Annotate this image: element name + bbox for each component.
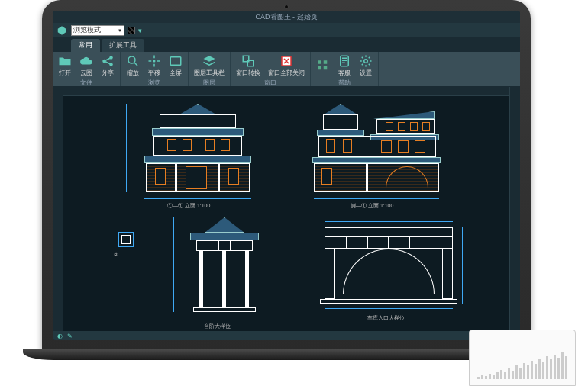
settings-button[interactable]: 设置 bbox=[357, 53, 375, 78]
button-label: 打开 bbox=[59, 69, 71, 77]
window-title: CAD看图王 - 起始页 bbox=[256, 12, 318, 22]
button-label: 窗口全部关闭 bbox=[268, 69, 305, 77]
statusbar: ◐ ✎ bbox=[53, 331, 520, 340]
elevation-side bbox=[312, 104, 442, 195]
switch-window-icon bbox=[241, 54, 255, 68]
cad-drawing: ①—① 立面 1:100 bbox=[68, 99, 505, 328]
mode-selector[interactable]: 浏览模式 bbox=[71, 25, 124, 36]
tab-label: 常用 bbox=[79, 41, 92, 49]
button-label: 云图 bbox=[80, 69, 92, 77]
small-detail: ② bbox=[114, 227, 144, 258]
ribbon-group-layer: 图层工具栏 图层 bbox=[189, 52, 231, 86]
switch-window-button[interactable]: 窗口转换 bbox=[234, 53, 263, 78]
ribbon-group-help: 客服 设置 帮助 bbox=[311, 52, 379, 86]
tab-extended-tools[interactable]: 扩展工具 bbox=[102, 39, 144, 52]
detail2-caption: 车库入口大样位 bbox=[367, 314, 405, 322]
button-label: 全屏 bbox=[170, 69, 182, 77]
layer-toolbar-button[interactable]: 图层工具栏 bbox=[192, 53, 227, 78]
svg-point-4 bbox=[153, 60, 156, 63]
pavilion-detail bbox=[183, 217, 267, 320]
group-label: 帮助 bbox=[338, 78, 351, 87]
pan-button[interactable]: 平移 bbox=[145, 53, 163, 78]
svg-rect-10 bbox=[324, 60, 328, 64]
group-label: 图层 bbox=[203, 78, 215, 87]
menubar: 浏览模式 ▾ bbox=[53, 23, 520, 38]
detail1-caption: 台阶大样位 bbox=[204, 323, 231, 330]
elevation2-caption: 侧—① 立面 1:100 bbox=[351, 202, 393, 210]
grid-button[interactable] bbox=[314, 58, 332, 74]
svg-rect-11 bbox=[318, 66, 321, 69]
ribbon-tabs: 常用 扩展工具 bbox=[53, 38, 520, 52]
grid-icon bbox=[316, 59, 330, 72]
fullscreen-button[interactable]: 全屏 bbox=[166, 53, 185, 78]
svg-rect-12 bbox=[324, 66, 328, 69]
status-indicator-icon: ◐ bbox=[57, 333, 63, 339]
svg-point-14 bbox=[364, 60, 368, 63]
svg-point-3 bbox=[128, 56, 135, 63]
button-label: 平移 bbox=[148, 69, 160, 77]
elevation-front bbox=[137, 104, 259, 195]
tab-label: 扩展工具 bbox=[109, 41, 137, 49]
fullscreen-icon bbox=[169, 54, 183, 68]
button-label: 分享 bbox=[102, 69, 114, 77]
pan-icon bbox=[147, 54, 161, 68]
ribbon-group-file: 打开 云图 分享 文件 bbox=[53, 52, 121, 86]
support-icon bbox=[338, 54, 351, 68]
share-button[interactable]: 分享 bbox=[99, 53, 117, 78]
layers-icon bbox=[202, 54, 216, 68]
ribbon-group-window: 窗口转换 窗口全部关闭 窗口 bbox=[231, 52, 311, 86]
mode-value: 浏览模式 bbox=[73, 25, 101, 35]
phone-mockup bbox=[469, 330, 576, 386]
close-all-windows-button[interactable]: 窗口全部关闭 bbox=[266, 53, 307, 78]
button-label: 缩放 bbox=[127, 69, 139, 77]
tool-indicator-icon: ✎ bbox=[67, 333, 73, 339]
ruler-horizontal bbox=[63, 87, 509, 96]
drawing-canvas[interactable]: ①—① 立面 1:100 bbox=[53, 87, 520, 331]
group-label: 浏览 bbox=[148, 78, 160, 87]
zoom-button[interactable]: 缩放 bbox=[124, 53, 142, 78]
support-button[interactable]: 客服 bbox=[335, 53, 354, 78]
svg-rect-5 bbox=[170, 57, 181, 66]
dropdown-arrow-icon: ▾ bbox=[138, 27, 142, 34]
button-label: 图层工具栏 bbox=[194, 69, 225, 77]
cloud-button[interactable]: 云图 bbox=[77, 53, 95, 78]
button-label: 窗口转换 bbox=[236, 69, 260, 77]
current-color-swatch[interactable] bbox=[128, 27, 135, 34]
app-screen: CAD看图王 - 起始页 浏览模式 ▾ 常用 扩展工具 打开 bbox=[53, 11, 520, 340]
folder-open-icon bbox=[58, 54, 72, 68]
titlebar: CAD看图王 - 起始页 bbox=[53, 11, 520, 23]
group-label: 窗口 bbox=[264, 78, 276, 87]
group-label: 文件 bbox=[80, 78, 92, 87]
elevation1-caption: ①—① 立面 1:100 bbox=[167, 202, 210, 210]
cloud-icon bbox=[79, 54, 93, 68]
ribbon-group-browse: 缩放 平移 全屏 浏览 bbox=[121, 52, 189, 86]
settings-icon bbox=[359, 54, 373, 68]
ribbon: 打开 云图 分享 文件 bbox=[53, 52, 520, 87]
button-label: 客服 bbox=[338, 69, 351, 77]
tab-common[interactable]: 常用 bbox=[71, 39, 100, 52]
ruler-vertical-left bbox=[53, 87, 63, 331]
close-all-icon bbox=[279, 54, 293, 68]
waveform-icon bbox=[477, 349, 567, 379]
svg-rect-9 bbox=[318, 60, 321, 64]
garage-entrance-detail bbox=[320, 227, 457, 310]
zoom-icon bbox=[126, 54, 140, 68]
ruler-vertical-right bbox=[509, 87, 520, 331]
open-button[interactable]: 打开 bbox=[56, 53, 74, 78]
share-icon bbox=[101, 54, 115, 68]
camera-icon bbox=[284, 5, 289, 9]
app-logo-icon bbox=[56, 24, 68, 37]
button-label: 设置 bbox=[360, 69, 372, 77]
laptop-frame: CAD看图王 - 起始页 浏览模式 ▾ 常用 扩展工具 打开 bbox=[42, 0, 531, 351]
